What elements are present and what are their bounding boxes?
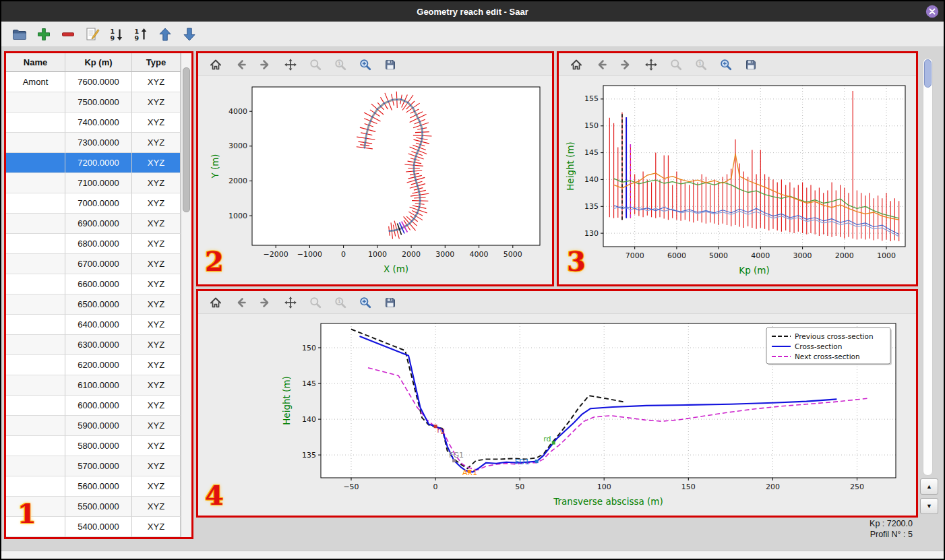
edit-cross-section-button[interactable] xyxy=(82,24,102,44)
table-row[interactable]: 7400.0000XYZ xyxy=(6,113,181,133)
cell-type: XYZ xyxy=(132,294,181,315)
cell-type: XYZ xyxy=(132,72,181,92)
cell-name xyxy=(6,173,65,193)
vertical-scrollbar[interactable] xyxy=(923,58,933,476)
home-icon xyxy=(209,296,222,309)
cell-kp: 5400.0000 xyxy=(65,517,132,537)
zoom-rect-button[interactable] xyxy=(715,55,737,74)
cell-kp: 7600.0000 xyxy=(65,72,132,92)
svg-text:−50: −50 xyxy=(343,483,359,491)
table-row[interactable]: 5800.0000XYZ xyxy=(6,436,181,456)
table-row[interactable]: 6700.0000XYZ xyxy=(6,254,181,274)
table-row[interactable]: 6800.0000XYZ xyxy=(6,234,181,254)
table-row[interactable]: 7000.0000XYZ xyxy=(6,193,181,214)
add-cross-section-button[interactable] xyxy=(34,24,54,44)
table-row[interactable]: Amont7600.0000XYZ xyxy=(6,72,181,92)
table-scrollbar-thumb[interactable] xyxy=(183,67,190,212)
cell-type: XYZ xyxy=(132,396,181,416)
back-button[interactable] xyxy=(590,55,612,74)
svg-text:0: 0 xyxy=(433,483,438,491)
home-icon xyxy=(570,58,583,71)
table-row[interactable]: 6100.0000XYZ xyxy=(6,375,181,396)
profile-down-button[interactable]: ▼ xyxy=(920,498,938,514)
svg-text:5000: 5000 xyxy=(709,251,728,260)
table-row[interactable]: 7300.0000XYZ xyxy=(6,133,181,153)
remove-cross-section-button[interactable] xyxy=(58,24,78,44)
save-button[interactable] xyxy=(379,293,401,312)
zoom-one-icon: 1 xyxy=(694,58,708,71)
down-triangle-icon: ▼ xyxy=(926,503,932,509)
zoom-rect-button[interactable] xyxy=(355,293,376,312)
svg-text:3000: 3000 xyxy=(228,142,247,150)
table-scrollbar[interactable] xyxy=(181,53,191,537)
save-icon xyxy=(384,296,397,309)
table-row[interactable]: 7100.0000XYZ xyxy=(6,173,181,193)
bottom-strip xyxy=(1,551,944,559)
zoom-one-button: 1 xyxy=(690,55,712,74)
zoom-rect-icon xyxy=(719,58,733,71)
save-button[interactable] xyxy=(740,55,762,74)
home-button[interactable] xyxy=(566,55,587,74)
close-button[interactable] xyxy=(925,5,939,18)
cell-type: XYZ xyxy=(132,476,181,497)
table-row[interactable]: 5700.0000XYZ xyxy=(6,456,181,476)
forward-button[interactable] xyxy=(615,55,637,74)
table-row[interactable]: 5600.0000XYZ xyxy=(6,476,181,497)
svg-text:9: 9 xyxy=(135,34,140,42)
back-button[interactable] xyxy=(230,293,251,312)
sort-ascending-button[interactable]: 19 xyxy=(131,24,151,44)
svg-text:5000: 5000 xyxy=(504,250,522,259)
sort-descending-button[interactable]: 19 xyxy=(106,24,127,44)
svg-text:250: 250 xyxy=(850,483,864,491)
zoom-one-icon: 1 xyxy=(334,296,347,309)
profile-up-button[interactable]: ▲ xyxy=(920,478,938,495)
cell-type: XYZ xyxy=(132,355,181,375)
longitudinal-profile-chart[interactable]: 7000600050004000300020001000130135140145… xyxy=(559,76,916,284)
table-row[interactable]: 6000.0000XYZ xyxy=(6,396,181,416)
table-row[interactable]: 6600.0000XYZ xyxy=(6,274,181,294)
longitudinal-profile-panel: 1 70006000500040003000200010001301351401… xyxy=(557,51,918,286)
cell-type: XYZ xyxy=(132,254,181,274)
move-up-button[interactable] xyxy=(155,24,175,44)
pan-button[interactable] xyxy=(280,55,301,74)
zoom-rect-button[interactable] xyxy=(355,55,376,74)
forward-button[interactable] xyxy=(255,55,276,74)
plan-view-panel: 1 −2000−10000100020003000400050001000200… xyxy=(196,51,554,286)
open-button[interactable] xyxy=(9,24,30,44)
cell-type: XYZ xyxy=(132,456,181,476)
vertical-scrollbar-thumb[interactable] xyxy=(924,59,932,88)
zoom-button xyxy=(305,293,326,312)
pan-button[interactable] xyxy=(280,293,301,312)
save-button[interactable] xyxy=(379,55,401,74)
move-down-button[interactable] xyxy=(179,24,200,44)
save-icon xyxy=(384,58,397,71)
svg-text:1: 1 xyxy=(698,61,702,67)
svg-text:50: 50 xyxy=(515,483,524,491)
home-button[interactable] xyxy=(205,55,226,74)
table-row[interactable]: 5900.0000XYZ xyxy=(6,416,181,436)
svg-text:1: 1 xyxy=(111,27,115,34)
plan-view-chart[interactable]: −2000−1000010002000300040005000100020003… xyxy=(198,76,552,284)
cell-kp: 5800.0000 xyxy=(65,436,132,456)
zoom-button xyxy=(665,55,687,74)
cell-type: XYZ xyxy=(132,497,181,517)
table-row[interactable]: 7500.0000XYZ xyxy=(6,92,181,113)
cross-section-panel: 1 rgFG1AX1FD1rd−500501001502002501351401… xyxy=(196,289,918,518)
back-icon xyxy=(234,296,247,309)
back-button[interactable] xyxy=(230,55,251,74)
pan-button[interactable] xyxy=(640,55,662,74)
svg-text:100: 100 xyxy=(597,483,611,491)
home-button[interactable] xyxy=(205,293,226,312)
table-row[interactable]: 7200.0000XYZ xyxy=(6,153,181,173)
cross-section-chart[interactable]: rgFG1AX1FD1rd−50050100150200250135140145… xyxy=(198,314,916,516)
cell-type: XYZ xyxy=(132,92,181,113)
table-row[interactable]: 6500.0000XYZ xyxy=(6,294,181,315)
table-row[interactable]: 6200.0000XYZ xyxy=(6,355,181,375)
pan-icon xyxy=(284,296,297,309)
table-row[interactable]: 6900.0000XYZ xyxy=(6,214,181,234)
cell-type: XYZ xyxy=(132,214,181,234)
table-row[interactable]: 6400.0000XYZ xyxy=(6,315,181,335)
forward-button[interactable] xyxy=(255,293,276,312)
table-row[interactable]: 6300.0000XYZ xyxy=(6,335,181,355)
svg-text:−1000: −1000 xyxy=(297,250,322,259)
